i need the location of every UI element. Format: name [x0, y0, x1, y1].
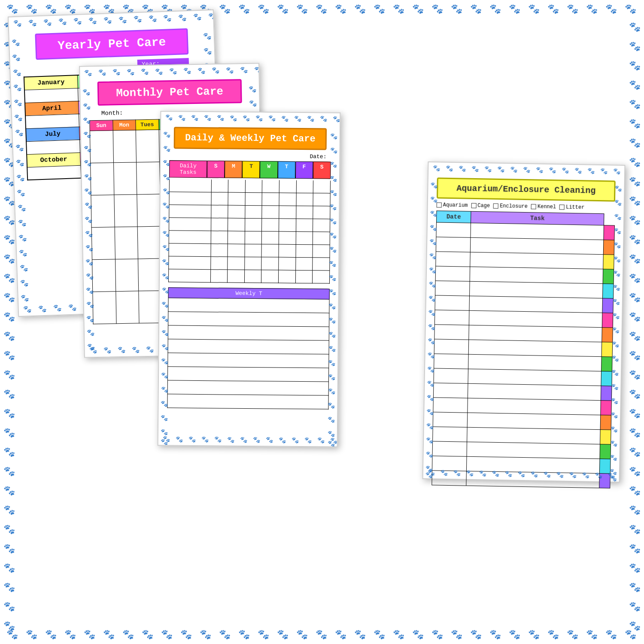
weekly-row: [167, 367, 329, 382]
aq-task-cell: [471, 223, 604, 240]
aq-color-strip: [602, 313, 613, 328]
monthly-cell: [93, 292, 116, 324]
daily-header-w: W: [260, 161, 278, 178]
aq-color-strip: [602, 298, 614, 313]
aq-color-strip: [599, 459, 611, 474]
aq-task-cell: [468, 398, 601, 415]
aq-task-cell: [470, 267, 603, 283]
aquarium-page: 🐾 🐾 🐾 🐾 🐾 🐾 🐾 🐾 🐾 🐾 🐾 🐾 🐾 🐾 🐾 🐾 🐾 🐾 🐾 🐾 …: [422, 161, 626, 483]
monthly-cell: [136, 130, 159, 162]
weekly-row: [168, 325, 329, 340]
aq-color-strip: [603, 240, 614, 255]
aq-date-cell: [434, 368, 468, 383]
aq-task-cell: [466, 471, 600, 488]
aq-color-strip: [602, 328, 613, 342]
aq-task-cell: [468, 340, 602, 356]
monthly-cell: [114, 194, 137, 227]
cb-cage: [471, 203, 476, 208]
daily-header-tf: T: [278, 161, 296, 179]
aq-date-cell: [435, 266, 470, 281]
aq-date-cell: [436, 237, 471, 252]
cb-label-enclosure: Enclosure: [500, 203, 528, 210]
aquarium-title: Aquarium/Enclosure Cleaning: [437, 177, 616, 201]
cb-kennel: [531, 204, 536, 209]
aq-date-cell: [432, 456, 467, 471]
monthly-cell: [92, 259, 115, 292]
aq-date-cell: [433, 427, 468, 442]
aq-task-cell: [469, 310, 602, 327]
aq-date-cell: [433, 412, 468, 427]
month-oct: October: [27, 152, 80, 167]
aq-task-cell: [467, 442, 600, 459]
daily-title: Daily & Weekly Pet Care: [174, 127, 327, 150]
daily-header-m: M: [225, 161, 243, 178]
monthly-cell: [138, 258, 162, 291]
aq-date-cell: [432, 471, 467, 486]
daily-header-row: Daily Tasks S M T W T F S: [169, 160, 331, 179]
cb-label-litter: Litter: [566, 204, 584, 211]
daily-task-row: [169, 218, 330, 232]
weekly-row: [167, 394, 328, 409]
daily-tasks-header: Daily Tasks: [169, 160, 207, 178]
daily-task-row: [169, 179, 331, 193]
daily-task-row: [169, 192, 330, 206]
aq-col-date: Date: [437, 211, 471, 223]
day-sun: Sun: [90, 120, 113, 131]
jul-cell: [26, 140, 80, 154]
cb-label-aquarium: Aquarium: [443, 202, 468, 209]
aq-task-cell: [469, 325, 602, 342]
aq-task-cell: [470, 281, 603, 298]
oct-cell: [27, 165, 81, 180]
aq-date-cell: [436, 222, 471, 237]
daily-date-label: Date:: [310, 153, 326, 160]
monthly-cell: [137, 226, 161, 259]
aq-color-strip: [600, 444, 611, 459]
jan-cell: [24, 88, 78, 103]
monthly-cell: [137, 162, 160, 194]
aq-color-strip: [602, 284, 614, 298]
aq-task-cell: [466, 456, 600, 473]
aq-task-cell: [467, 413, 601, 429]
day-tue: Tues: [136, 119, 159, 130]
monthly-cell: [115, 227, 138, 259]
aq-task-cell: [468, 383, 601, 400]
aq-color-strip: [601, 342, 613, 357]
day-mon: Mon: [112, 120, 136, 131]
checkbox-cage: Cage: [471, 203, 490, 209]
aq-color-strip: [600, 430, 611, 444]
daily-header-s: S: [207, 161, 225, 178]
aquarium-checkboxes: Aquarium Cage Enclosure Kennel Litter: [437, 202, 615, 211]
daily-task-row: [169, 231, 330, 245]
aq-color-strip: [603, 269, 614, 284]
aq-date-cell: [434, 310, 469, 325]
daily-task-row: [168, 243, 330, 258]
checkbox-enclosure: Enclosure: [493, 203, 528, 210]
aq-color-strip: [599, 474, 611, 488]
aq-task-cell: [467, 427, 601, 444]
monthly-cell: [91, 227, 115, 260]
weekly-row: [167, 339, 329, 354]
aquarium-table: Date Task: [431, 210, 615, 488]
aq-color-strip: [601, 401, 612, 415]
aq-task-cell: [468, 369, 601, 386]
monthly-cell: [137, 194, 161, 227]
apr-cell: [25, 114, 79, 128]
monthly-cell: [113, 162, 137, 195]
checkbox-aquarium: Aquarium: [437, 202, 468, 208]
aq-date-cell: [432, 441, 467, 456]
cb-label-kennel: Kennel: [538, 204, 556, 210]
daily-header-t: T: [242, 161, 260, 178]
weekly-row: [167, 353, 329, 368]
aq-color-strip: [601, 371, 612, 386]
weekly-row: [167, 380, 329, 395]
daily-task-row: [168, 269, 330, 283]
yearly-title: Yearly Pet Care: [35, 28, 188, 60]
cb-litter: [559, 204, 565, 210]
weekly-row: [168, 312, 329, 327]
aquarium-row: [432, 471, 611, 488]
aq-date-cell: [435, 295, 470, 310]
aq-date-cell: [434, 354, 469, 369]
month-jan: January: [24, 75, 78, 90]
aq-date-cell: [436, 252, 471, 267]
monthly-cell: [91, 195, 115, 228]
